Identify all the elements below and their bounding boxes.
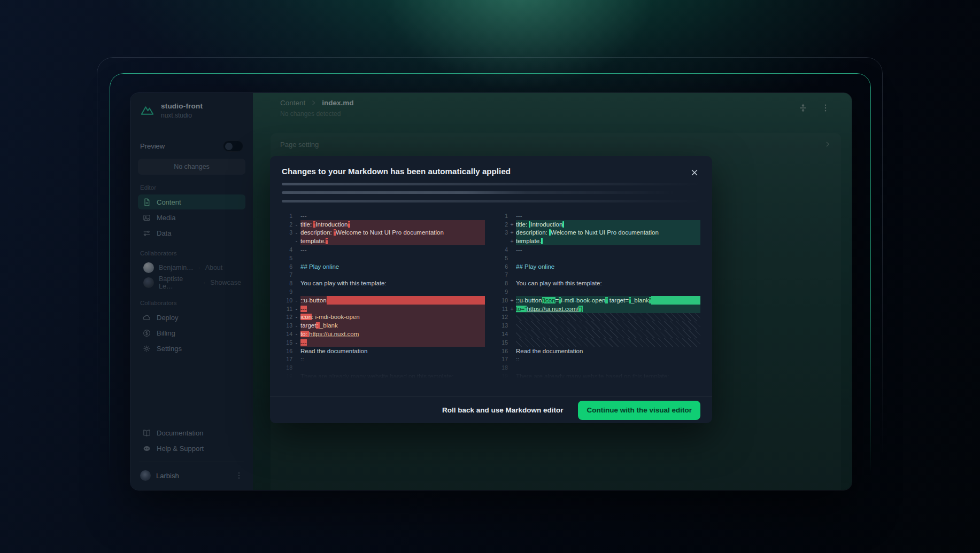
code-text (516, 254, 700, 262)
line-number: 3 (282, 229, 292, 236)
code-line: 5 (282, 254, 485, 262)
code-line: 5 (497, 254, 700, 262)
diff-marker: - (292, 314, 300, 320)
code-line: 17:: (282, 355, 485, 364)
code-text: title: Introduction (516, 220, 700, 229)
code-text: You can play with this template: (516, 279, 700, 287)
diff-marker: - (292, 297, 300, 303)
continue-visual-editor-button[interactable]: Continue with the visual editor (578, 401, 700, 420)
code-text: There are already many website based on … (300, 372, 485, 380)
code-text: ::u-button (300, 296, 485, 305)
code-text (300, 363, 485, 372)
diff-after-panel: 1---2+title: Introduction3+description: … (497, 212, 700, 380)
line-number: 16 (282, 348, 292, 354)
diff-marker: - (292, 331, 300, 337)
code-text: Read the documentation (300, 347, 485, 355)
code-line: 3-description: "Welcome to Nuxt UI Pro d… (282, 229, 485, 237)
code-line: 2-title: "Introduction" (282, 220, 485, 229)
code-line: 6## Play online (497, 262, 700, 271)
modal-title: Changes to your Markdown has been automa… (282, 167, 700, 176)
code-text (516, 338, 700, 347)
code-text: --- (516, 212, 700, 220)
line-number: 13 (282, 322, 292, 329)
page-background: studio-front nuxt.studio Preview No chan… (0, 0, 980, 553)
code-line: 9 (497, 287, 700, 296)
code-line: 7 (497, 271, 700, 279)
diff-marker: + (508, 221, 516, 228)
code-text (516, 321, 700, 330)
code-line: 18 (497, 363, 700, 372)
code-text: --- (300, 212, 485, 220)
code-text: ## Play online (516, 262, 700, 271)
line-number: 5 (282, 255, 292, 261)
code-text: --- (300, 338, 485, 347)
line-number: 7 (497, 271, 508, 278)
code-text: icon: i-mdi-book-open (300, 313, 485, 322)
code-text: Read the documentation (516, 347, 700, 355)
code-text: description: Welcome to Nuxt UI Pro docu… (516, 229, 700, 237)
code-text (516, 330, 700, 338)
code-line: 12 (497, 313, 700, 322)
code-line: 10-::u-button (282, 296, 485, 305)
diff-marker: - (292, 221, 300, 228)
line-number: 2 (497, 221, 508, 228)
code-text: description: "Welcome to Nuxt UI Pro doc… (300, 229, 485, 237)
line-number: 10 (282, 297, 292, 303)
modal-footer: Roll back and use Markdown editor Contin… (270, 396, 712, 423)
line-number: 14 (282, 331, 292, 337)
line-number: 16 (497, 348, 508, 354)
code-line: 18 (282, 363, 485, 372)
line-number: 6 (282, 263, 292, 270)
line-number: 7 (282, 271, 292, 278)
code-line: 10+::u-button{icon="i-mdi-book-open" tar… (497, 296, 700, 305)
code-line: 19There are already many website based o… (282, 372, 485, 380)
line-number: 19 (497, 373, 508, 379)
code-line: 7 (282, 271, 485, 279)
skeleton-text-bars (282, 183, 700, 202)
line-number: 3 (497, 229, 508, 236)
line-number: 11 (282, 306, 292, 312)
code-line: 4--- (282, 245, 485, 254)
line-number: 1 (282, 213, 292, 219)
line-number: 11 (497, 306, 508, 312)
line-number: 15 (282, 339, 292, 346)
diff-marker: + (508, 229, 516, 236)
diff-marker: + (508, 306, 516, 312)
line-number: 5 (497, 255, 508, 261)
rollback-button[interactable]: Roll back and use Markdown editor (442, 406, 564, 414)
code-text: template." (300, 237, 485, 245)
line-number: 14 (497, 331, 508, 337)
line-number: 8 (282, 280, 292, 286)
line-number: 9 (497, 289, 508, 295)
code-line: -template." (282, 237, 485, 245)
code-line: 17:: (497, 355, 700, 364)
line-number: 2 (282, 221, 292, 228)
line-number: 4 (282, 246, 292, 253)
line-number: 19 (282, 373, 292, 379)
line-number: 6 (497, 263, 508, 270)
code-line: 8You can play with this template: (497, 279, 700, 287)
code-line: 15---- (282, 338, 485, 347)
code-text (516, 271, 700, 279)
diff-marker: - (292, 322, 300, 329)
line-number: 10 (497, 297, 508, 303)
code-line: 1--- (282, 212, 485, 220)
code-line: 13-target: _blank (282, 321, 485, 330)
code-text: :: (300, 355, 485, 364)
code-text (516, 313, 700, 322)
code-line: 16Read the documentation (497, 347, 700, 355)
code-text: title: "Introduction" (300, 220, 485, 229)
line-number: 18 (497, 364, 508, 371)
close-icon[interactable] (690, 168, 699, 177)
code-line: 14-to: https://ui.nuxt.com (282, 330, 485, 338)
code-line: 2+title: Introduction (497, 220, 700, 229)
code-text: --- (516, 245, 700, 254)
code-line: 12-icon: i-mdi-book-open (282, 313, 485, 322)
code-text: --- (300, 245, 485, 254)
code-line: 4--- (497, 245, 700, 254)
code-text (300, 254, 485, 262)
code-line: 3+description: Welcome to Nuxt UI Pro do… (497, 229, 700, 237)
line-number: 12 (497, 314, 508, 320)
line-fill (327, 296, 485, 305)
code-line: +template. (497, 237, 700, 245)
